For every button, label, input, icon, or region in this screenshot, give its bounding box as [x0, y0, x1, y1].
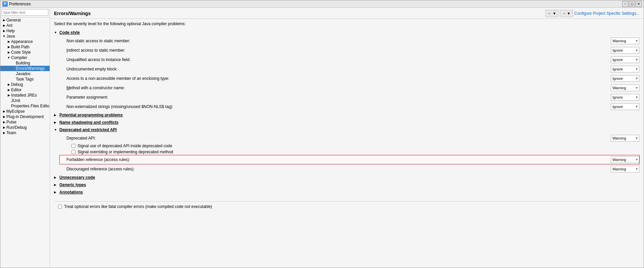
section-arrow: ▶ [54, 113, 58, 117]
method-constructor-dropdown[interactable]: Ignore Warning Error ▼ [611, 85, 639, 91]
access-non-accessible-select[interactable]: Ignore Warning Error [611, 75, 639, 82]
sidebar-item-ant[interactable]: ▶ Ant [0, 23, 50, 28]
section-potential-programming[interactable]: ▶ Potential programming problems [54, 111, 640, 119]
setting-deprecated-api: Deprecated API: Ignore Warning Error ▼ [59, 133, 640, 143]
deprecated-restricted-settings: Deprecated API: Ignore Warning Error ▼ [54, 133, 640, 174]
expand-arrow: ▼ [2, 35, 6, 38]
sidebar-item-label: Errors/Warnings [16, 66, 45, 71]
section-unnecessary-code[interactable]: ▶ Unnecessary code [54, 174, 640, 181]
non-static-access-dropdown[interactable]: Ignore Warning Error ▼ [611, 38, 639, 44]
sidebar-item-myeclipse[interactable]: ▶ MyEclipse [0, 109, 50, 114]
setting-label: Unqualified access to instance field: [66, 57, 611, 62]
method-constructor-select[interactable]: Ignore Warning Error [611, 85, 639, 91]
indirect-access-dropdown[interactable]: Ignore Warning Error ▼ [611, 47, 639, 54]
section-name-shadowing[interactable]: ▶ Name shadowing and conflicts [54, 119, 640, 126]
sidebar-item-errors-warnings[interactable]: Errors/Warnings [0, 66, 50, 71]
discouraged-reference-dropdown[interactable]: Ignore Warning Error ▼ [611, 166, 639, 172]
section-arrow: ▼ [54, 128, 58, 131]
checkbox-signal-deprecated: Signal use of deprecated API inside depr… [59, 143, 640, 149]
sidebar-item-label: Code Style [11, 50, 31, 55]
forbidden-reference-select[interactable]: Ignore Warning Error [611, 156, 639, 163]
content-area: ▶ General ▶ Ant ▶ Help ▼ Java ▶ Appear [0, 8, 644, 268]
deprecated-api-dropdown[interactable]: Ignore Warning Error ▼ [611, 135, 639, 142]
section-arrow: ▶ [54, 183, 58, 186]
unqualified-access-select[interactable]: Ignore Warning Error [611, 56, 639, 63]
sidebar-item-building[interactable]: Building [0, 60, 50, 66]
unqualified-access-dropdown[interactable]: Ignore Warning Error ▼ [611, 56, 639, 63]
expand-arrow: ▶ [2, 29, 6, 33]
sidebar-item-label: Run/Debug [6, 125, 27, 130]
section-code-style[interactable]: ▼ Code style [54, 29, 640, 36]
sidebar-item-junit[interactable]: JUnit [0, 98, 50, 103]
setting-label: Method with a constructor name: [66, 86, 611, 90]
minimize-button[interactable]: − [622, 1, 628, 7]
close-button[interactable]: ✕ [636, 1, 642, 7]
setting-label: Parameter assignment: [66, 95, 611, 100]
forbidden-reference-dropdown[interactable]: Ignore Warning Error ▼ [611, 156, 639, 163]
page-title: Errors/Warnings [54, 11, 91, 16]
sidebar-item-editor[interactable]: ▶ Editor [0, 87, 50, 93]
sidebar-item-team[interactable]: ▶ Team [0, 130, 50, 136]
title-bar-text: Preferences [9, 2, 31, 6]
section-title: Generic types [59, 182, 86, 187]
setting-access-non-accessible: Access to a non-accessible member of an … [59, 74, 640, 83]
forward-button[interactable]: → ▼ [560, 10, 573, 17]
sidebar-item-properties-files[interactable]: Properties Files Edito [0, 103, 50, 109]
section-arrow: ▼ [54, 31, 58, 34]
treat-optional-errors-label: Treat optional errors like fatal compile… [64, 204, 212, 209]
undocumented-empty-dropdown[interactable]: Ignore Warning Error ▼ [611, 66, 639, 72]
sidebar-item-task-tags[interactable]: Task Tags [0, 76, 50, 82]
sidebar-item-label: MyEclipse [6, 109, 25, 114]
checkbox-signal-overriding: Signal overriding or implementing deprec… [59, 149, 640, 155]
setting-indirect-access: Indirect access to static member: Ignore… [59, 46, 640, 55]
indirect-access-select[interactable]: Ignore Warning Error [611, 47, 639, 54]
sidebar-item-general[interactable]: ▶ General [0, 17, 50, 23]
main-header: Errors/Warnings ← ▼ → ▼ Configure Projec… [50, 8, 644, 19]
header-right: ← ▼ → ▼ Configure Project Specific Setti… [545, 10, 640, 17]
parameter-assignment-select[interactable]: Ignore Warning Error [611, 94, 639, 101]
sidebar-item-debug[interactable]: ▶ Debug [0, 82, 50, 87]
sidebar-item-code-style[interactable]: ▶ Code Style [0, 50, 50, 55]
section-annotations[interactable]: ▶ Annotations [54, 189, 640, 196]
sidebar-item-javadoc[interactable]: Javadoc [0, 71, 50, 76]
setting-label: Forbidden reference (access rules): [66, 157, 611, 162]
configure-project-link[interactable]: Configure Project Specific Settings... [574, 11, 640, 16]
sidebar-item-run-debug[interactable]: ▶ Run/Debug [0, 125, 50, 130]
discouraged-reference-select[interactable]: Ignore Warning Error [611, 166, 639, 172]
setting-label: Indirect access to static member: [66, 48, 611, 53]
sidebar-item-plug-in-development[interactable]: ▶ Plug-in Development [0, 114, 50, 119]
signal-overriding-checkbox[interactable] [71, 150, 76, 154]
sidebar-item-installed-jres[interactable]: ▶ Installed JREs [0, 93, 50, 98]
section-title: Code style [59, 30, 80, 35]
parameter-assignment-dropdown[interactable]: Ignore Warning Error ▼ [611, 94, 639, 101]
setting-method-constructor-name: Method with a constructor name: Ignore W… [59, 83, 640, 93]
title-bar-controls: − ◻ ✕ [622, 1, 642, 7]
section-arrow: ▶ [54, 176, 58, 179]
section-title: Deprecated and restricted API [59, 127, 117, 132]
deprecated-api-select[interactable]: Ignore Warning Error [611, 135, 639, 142]
sidebar-item-compiler[interactable]: ▼ Compiler [0, 55, 50, 60]
sidebar-item-appearance[interactable]: ▶ Appearance [0, 39, 50, 44]
sidebar-item-java[interactable]: ▼ Java [0, 34, 50, 39]
sidebar-item-label: Properties Files Edito [11, 104, 49, 108]
non-externalized-select[interactable]: Ignore Warning Error [611, 103, 639, 110]
sidebar-item-build-path[interactable]: ▶ Build Path [0, 44, 50, 50]
setting-undocumented-empty: Undocumented empty block: Ignore Warning… [59, 64, 640, 74]
section-deprecated-restricted[interactable]: ▼ Deprecated and restricted API [54, 126, 640, 133]
signal-deprecated-checkbox[interactable] [71, 144, 76, 148]
section-title: Name shadowing and conflicts [59, 120, 118, 125]
sidebar-item-help[interactable]: ▶ Help [0, 28, 50, 34]
treat-optional-errors-checkbox[interactable] [58, 205, 62, 209]
non-externalized-dropdown[interactable]: Ignore Warning Error ▼ [611, 103, 639, 110]
undocumented-empty-select[interactable]: Ignore Warning Error [611, 66, 639, 72]
search-input[interactable] [2, 9, 48, 16]
title-bar-left: P Preferences [2, 1, 31, 7]
back-button[interactable]: ← ▼ [545, 10, 558, 17]
expand-arrow: ▶ [6, 83, 11, 86]
expand-arrow: ▶ [2, 120, 6, 124]
maximize-button[interactable]: ◻ [629, 1, 635, 7]
access-non-accessible-dropdown[interactable]: Ignore Warning Error ▼ [611, 75, 639, 82]
section-generic-types[interactable]: ▶ Generic types [54, 181, 640, 189]
non-static-access-select[interactable]: Ignore Warning Error [611, 38, 639, 44]
sidebar-item-pulse[interactable]: ▶ Pulse [0, 119, 50, 125]
